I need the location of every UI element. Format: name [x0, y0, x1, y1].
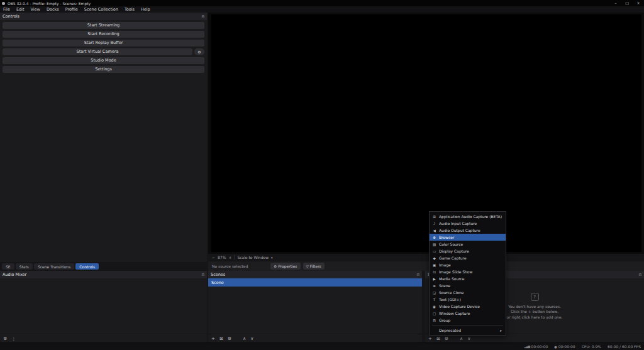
audio-mixer-body [0, 278, 207, 334]
menu-item-label: Audio Input Capture [439, 221, 477, 226]
menu-view[interactable]: View [27, 6, 43, 13]
minimize-button[interactable]: – [610, 0, 621, 6]
scene-list-item-selected[interactable]: Scene [208, 278, 422, 287]
virtual-camera-row: Start Virtual Camera ⚙ [3, 48, 204, 55]
menu-item-label: Application Audio Capture (BETA) [439, 214, 502, 219]
menu-help[interactable]: Help [138, 6, 153, 13]
play-icon: ▶ [431, 277, 437, 281]
filters-button[interactable]: ▽ Filters [303, 263, 325, 270]
preview-area [208, 13, 644, 254]
controls-dock-title: Controls [3, 14, 19, 19]
menu-item-label: Image Slide Show [439, 270, 472, 274]
menu-item-image-slide-show[interactable]: ⊡ Image Slide Show [430, 268, 506, 275]
dock-menu-icon[interactable]: ⊟ [201, 273, 204, 276]
image-icon: ▣ [431, 263, 437, 267]
tab-se[interactable]: SE [2, 263, 14, 270]
menu-item-video-capture-device[interactable]: ◉ Video Capture Device [430, 303, 506, 310]
tab-scene-transitions[interactable]: Scene Transitions [34, 263, 74, 270]
zoom-in-button[interactable]: + [228, 255, 231, 260]
menu-item-group[interactable]: ⊟ Group [430, 317, 506, 324]
add-source-context-menu: ⊞ Application Audio Capture (BETA) ♪ Aud… [429, 211, 506, 336]
menu-item-image[interactable]: ▣ Image [430, 261, 506, 268]
help-icon: ? [531, 293, 539, 301]
menu-item-display-capture[interactable]: ▭ Display Capture [430, 248, 506, 254]
dock-menu-icon[interactable]: ⊟ [638, 273, 641, 276]
menu-item-audio-output-capture[interactable]: ◀ Audio Output Capture [430, 227, 506, 234]
mixer-kebab-menu-icon[interactable]: ⋮ [11, 334, 16, 343]
start-streaming-button[interactable]: Start Streaming [3, 22, 204, 29]
slideshow-icon: ⊡ [431, 270, 437, 274]
close-button[interactable]: × [633, 0, 644, 6]
zoom-out-button[interactable]: − [212, 255, 215, 260]
menu-docks[interactable]: Docks [43, 6, 62, 13]
dock-menu-icon[interactable]: ⊟ [416, 273, 419, 276]
fps-counter: 60.00 / 60.00 FPS [608, 344, 641, 349]
start-replay-buffer-button[interactable]: Start Replay Buffer [3, 40, 204, 46]
menu-item-application-audio-capture-beta[interactable]: ⊞ Application Audio Capture (BETA) [430, 213, 506, 220]
move-scene-down-icon[interactable]: ∨ [250, 334, 253, 343]
scenes-toolbar: + ⊠ ⚙ ∧ ∨ [208, 334, 422, 342]
menu-item-media-source[interactable]: ▶ Media Source [430, 275, 506, 282]
menu-item-text-gdi[interactable]: T Text (GDI+) [430, 296, 506, 303]
tab-stats[interactable]: Stats [16, 263, 33, 270]
scale-mode-dropdown[interactable]: Scale to Window [237, 255, 269, 260]
record-status: ● 00:00:00 [554, 344, 575, 349]
scenes-header: Scenes ⊟ [208, 271, 422, 278]
window-controls: – □ × [610, 0, 644, 6]
remove-scene-icon[interactable]: ⊠ [219, 334, 223, 343]
menu-item-scene[interactable]: ≡ Scene [430, 282, 506, 289]
menu-tools[interactable]: Tools [121, 6, 138, 13]
audio-mixer-dock: Audio Mixer ⊟ ⚙ ⋮ [0, 271, 207, 342]
menu-file[interactable]: File [0, 6, 13, 13]
menu-item-label: Deprecated [439, 328, 461, 332]
maximize-button[interactable]: □ [621, 0, 633, 6]
group-icon: ⊟ [431, 319, 437, 322]
mixer-settings-gear-icon[interactable]: ⚙ [3, 334, 7, 343]
properties-button-label: Properties [278, 264, 297, 268]
settings-button[interactable]: Settings [3, 66, 204, 73]
window-title: OBS 32.0.4 - Profile: Empty - Scenes: Em… [8, 1, 91, 6]
menu-edit[interactable]: Edit [13, 6, 28, 13]
zoom-level: 87% [218, 255, 226, 260]
menu-item-label: Text (GDI+) [439, 297, 461, 302]
palette-icon: ▨ [431, 243, 437, 246]
scenes-dock: Scenes ⊟ Scene + ⊠ ⚙ ∧ ∨ [208, 271, 422, 342]
chevron-down-icon[interactable]: ▾ [271, 256, 273, 260]
globe-icon: ⊕ [431, 236, 437, 239]
camera-icon: ◉ [431, 305, 437, 309]
menu-item-browser[interactable]: ⊕ Browser [430, 234, 506, 241]
tab-controls[interactable]: Controls [75, 263, 99, 270]
empty-line-1: You don't have any sources. [508, 304, 561, 309]
studio-mode-button[interactable]: Studio Mode [3, 57, 204, 64]
status-bar: ▂▄▆ 00:00:00 ● 00:00:00 CPU: 0.9% 60.00 … [0, 342, 644, 350]
record-timer: 00:00:00 [558, 344, 575, 349]
scene-filters-gear-icon[interactable]: ⚙ [228, 334, 231, 343]
submenu-arrow-icon: ▸ [494, 329, 502, 332]
menu-item-audio-input-capture[interactable]: ♪ Audio Input Capture [430, 220, 506, 227]
dock-menu-icon[interactable]: ⊟ [201, 14, 204, 18]
obs-logo-icon [2, 2, 5, 5]
start-recording-button[interactable]: Start Recording [3, 31, 204, 38]
menu-item-source-clone[interactable]: ◲ Source Clone [430, 289, 506, 296]
controls-dock-body: Start Streaming Start Recording Start Re… [0, 20, 207, 262]
scenes-list: Scene [208, 278, 422, 334]
virtual-camera-config-button[interactable]: ⚙ [194, 48, 204, 55]
properties-button[interactable]: ⚙ Properties [270, 263, 300, 270]
menu-item-label: Color Source [439, 242, 463, 246]
menu-item-deprecated[interactable]: Deprecated ▸ [430, 327, 506, 334]
move-scene-up-icon[interactable]: ∧ [243, 334, 246, 343]
menu-scene-collection[interactable]: Scene Collection [81, 6, 121, 13]
menu-item-color-source[interactable]: ▨ Color Source [430, 241, 506, 248]
gear-icon: ⚙ [274, 265, 277, 268]
menu-profile[interactable]: Profile [62, 6, 81, 13]
start-virtual-camera-button[interactable]: Start Virtual Camera [3, 48, 192, 55]
preview-canvas[interactable] [211, 14, 641, 252]
menu-item-window-capture[interactable]: ▢ Window Capture [430, 310, 506, 317]
text-icon: T [431, 298, 437, 302]
menu-item-label: Source Clone [439, 290, 464, 295]
menu-item-game-capture[interactable]: ◆ Game Capture [430, 254, 506, 261]
speaker-icon: ◀ [431, 229, 437, 232]
add-scene-icon[interactable]: + [211, 334, 215, 343]
stream-status: ▂▄▆ 00:00:00 [524, 344, 548, 349]
window-icon: ▢ [431, 312, 437, 315]
